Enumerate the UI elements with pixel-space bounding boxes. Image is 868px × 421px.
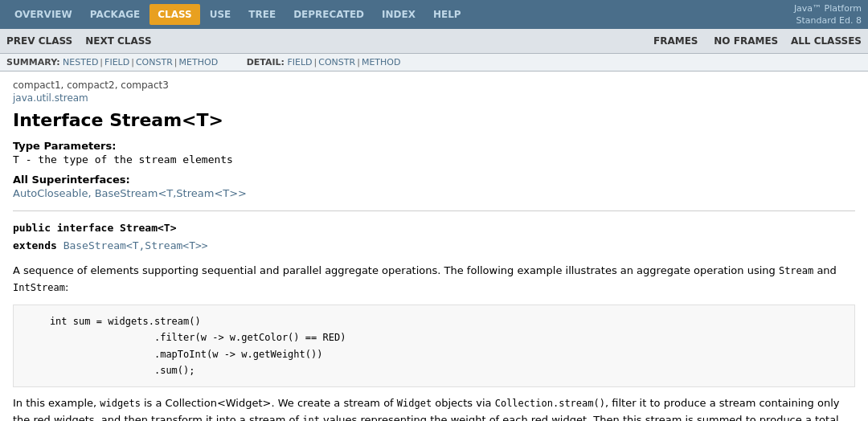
summary-bar: SUMMARY: NESTED | FIELD | CONSTR | METHO… — [0, 54, 868, 72]
nav-package[interactable]: PACKAGE — [82, 4, 148, 25]
nav-index[interactable]: INDEX — [374, 4, 424, 25]
nav-overview[interactable]: OVERVIEW — [6, 4, 80, 25]
extends-link[interactable]: BaseStream<T,Stream<T>> — [63, 239, 208, 251]
superinterfaces-links: AutoCloseable, BaseStream<T,Stream<T>> — [13, 187, 855, 199]
frames-link[interactable]: FRAMES — [647, 34, 705, 48]
summary-field-link[interactable]: FIELD — [104, 57, 129, 67]
no-frames-link[interactable]: NO FRAMES — [707, 34, 784, 48]
summary-constr-link[interactable]: CONSTR — [136, 57, 173, 67]
top-nav-bar: OVERVIEW PACKAGE CLASS USE TREE DEPRECAT… — [0, 0, 868, 29]
interface-title: Interface Stream<T> — [13, 110, 855, 130]
description-paragraph: A sequence of elements supporting sequen… — [13, 263, 855, 296]
section-divider — [13, 210, 855, 211]
nav-divider — [784, 35, 791, 47]
detail-field-link[interactable]: FIELD — [287, 57, 312, 67]
code-example: int sum = widgets.stream() .filter(w -> … — [13, 305, 855, 388]
autocloseable-link[interactable]: AutoCloseable — [13, 187, 88, 199]
detail-label: DETAIL: — [247, 57, 285, 67]
summary-method-link[interactable]: METHOD — [179, 57, 219, 67]
prev-class-link[interactable]: PREV CLASS — [6, 34, 79, 48]
java-badge: Java™ Platform Standard Ed. 8 — [794, 2, 862, 27]
summary-nested-link[interactable]: NESTED — [63, 57, 98, 67]
next-class-link[interactable]: NEXT CLASS — [79, 34, 158, 48]
main-content: compact1, compact2, compact3 java.util.s… — [0, 72, 868, 421]
nav-class[interactable]: CLASS — [149, 4, 200, 25]
breadcrumb-package[interactable]: java.util.stream — [13, 92, 855, 104]
type-param-desc: T - the type of the stream elements — [13, 153, 855, 166]
basestream-link[interactable]: BaseStream<T,Stream<T>> — [95, 187, 247, 199]
second-nav-bar: PREV CLASS NEXT CLASS FRAMES NO FRAMES A… — [0, 29, 868, 54]
nav-help[interactable]: HELP — [425, 4, 469, 25]
breadcrumb-modules: compact1, compact2, compact3 — [13, 80, 855, 91]
summary-label: SUMMARY: — [6, 57, 60, 67]
superinterfaces-label: All Superinterfaces: — [13, 174, 855, 186]
nav-deprecated[interactable]: DEPRECATED — [285, 4, 372, 25]
detail-constr-link[interactable]: CONSTR — [318, 57, 355, 67]
nav-use[interactable]: USE — [202, 4, 240, 25]
all-classes-link[interactable]: ALL CLASSES — [791, 35, 862, 47]
detail-method-link[interactable]: METHOD — [362, 57, 401, 67]
top-nav-links: OVERVIEW PACKAGE CLASS USE TREE DEPRECAT… — [6, 4, 469, 25]
description-paragraph-2: In this example, widgets is a Collection… — [13, 395, 855, 421]
type-params-label: Type Parameters: — [13, 140, 855, 152]
class-signature: public interface Stream<T> extends BaseS… — [13, 219, 855, 255]
nav-tree[interactable]: TREE — [240, 4, 284, 25]
